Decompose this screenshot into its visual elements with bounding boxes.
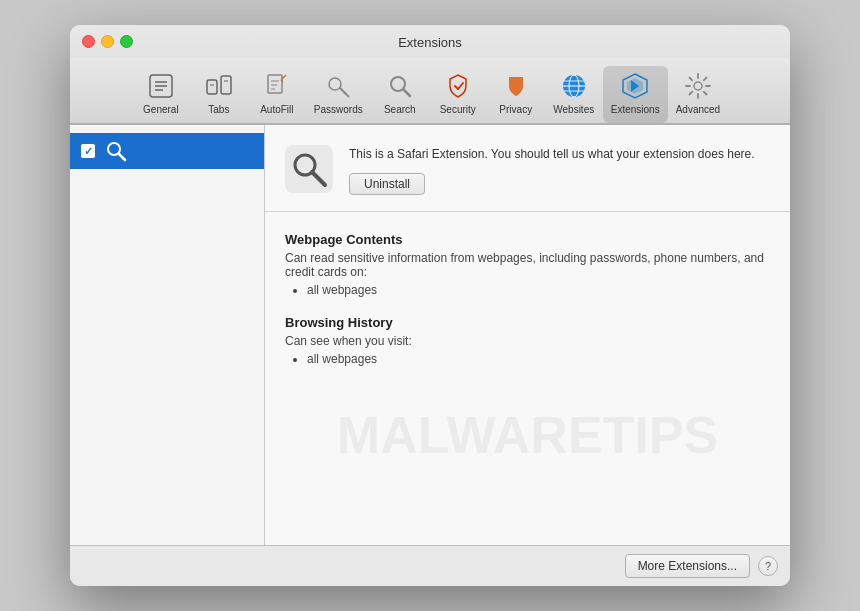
extension-details: Webpage Contents Can read sensitive info…	[265, 212, 790, 545]
title-bar: Extensions General	[70, 25, 790, 124]
toolbar-item-extensions[interactable]: Extensions	[603, 66, 668, 123]
maximize-button[interactable]	[120, 35, 133, 48]
extension-icon	[285, 145, 333, 193]
traffic-lights	[82, 35, 133, 48]
websites-icon	[558, 70, 590, 102]
browsing-history-item: all webpages	[307, 352, 770, 366]
privacy-label: Privacy	[499, 104, 532, 115]
svg-point-11	[329, 78, 341, 90]
privacy-icon	[500, 70, 532, 102]
security-label: Security	[440, 104, 476, 115]
extension-description: This is a Safari Extension. You should t…	[349, 145, 770, 163]
webpage-contents-list: all webpages	[285, 283, 770, 297]
svg-rect-5	[221, 76, 231, 94]
advanced-label: Advanced	[676, 104, 720, 115]
svg-line-13	[344, 92, 346, 94]
main-window: Extensions General	[70, 25, 790, 586]
tabs-label: Tabs	[208, 104, 229, 115]
extension-header: This is a Safari Extension. You should t…	[265, 125, 790, 212]
autofill-icon	[261, 70, 293, 102]
extension-info: This is a Safari Extension. You should t…	[349, 145, 770, 195]
extensions-icon	[619, 70, 651, 102]
browsing-history-title: Browsing History	[285, 315, 770, 330]
toolbar-item-general[interactable]: General	[132, 66, 190, 123]
toolbar-item-advanced[interactable]: Advanced	[668, 66, 728, 123]
extensions-label: Extensions	[611, 104, 660, 115]
toolbar-item-security[interactable]: Security	[429, 66, 487, 123]
svg-line-17	[458, 83, 463, 89]
webpage-contents-title: Webpage Contents	[285, 232, 770, 247]
svg-point-25	[694, 82, 702, 90]
minimize-button[interactable]	[101, 35, 114, 48]
svg-line-29	[312, 172, 325, 185]
general-icon	[145, 70, 177, 102]
checkmark-icon: ✓	[84, 145, 93, 158]
toolbar-item-privacy[interactable]: Privacy	[487, 66, 545, 123]
sidebar-item-search-ext[interactable]: ✓	[70, 133, 264, 169]
svg-rect-4	[207, 80, 217, 94]
svg-rect-8	[268, 75, 282, 93]
browsing-history-description: Can see when you visit:	[285, 334, 770, 348]
toolbar: General Tabs	[70, 58, 790, 123]
search-toolbar-icon	[384, 70, 416, 102]
browsing-history-list: all webpages	[285, 352, 770, 366]
uninstall-button[interactable]: Uninstall	[349, 173, 425, 195]
sidebar: ✓	[70, 125, 265, 545]
toolbar-item-passwords[interactable]: Passwords	[306, 66, 371, 123]
content-area: ✓ T	[70, 124, 790, 545]
webpage-contents-description: Can read sensitive information from webp…	[285, 251, 770, 279]
tabs-icon	[203, 70, 235, 102]
security-icon	[442, 70, 474, 102]
webpage-contents-section: Webpage Contents Can read sensitive info…	[285, 232, 770, 297]
toolbar-item-search[interactable]: Search	[371, 66, 429, 123]
autofill-label: AutoFill	[260, 104, 293, 115]
extension-checkbox[interactable]: ✓	[80, 143, 96, 159]
window-title: Extensions	[82, 35, 778, 50]
more-extensions-button[interactable]: More Extensions...	[625, 554, 750, 578]
toolbar-item-autofill[interactable]: AutoFill	[248, 66, 306, 123]
passwords-icon	[322, 70, 354, 102]
sidebar-ext-icon	[104, 139, 128, 163]
close-button[interactable]	[82, 35, 95, 48]
main-panel: This is a Safari Extension. You should t…	[265, 125, 790, 545]
passwords-label: Passwords	[314, 104, 363, 115]
websites-label: Websites	[553, 104, 594, 115]
svg-line-27	[119, 154, 126, 161]
toolbar-item-websites[interactable]: Websites	[545, 66, 603, 123]
footer: More Extensions... ?	[70, 545, 790, 586]
general-label: General	[143, 104, 179, 115]
advanced-icon	[682, 70, 714, 102]
search-label: Search	[384, 104, 416, 115]
toolbar-item-tabs[interactable]: Tabs	[190, 66, 248, 123]
webpage-contents-item: all webpages	[307, 283, 770, 297]
help-button[interactable]: ?	[758, 556, 778, 576]
svg-line-15	[403, 89, 410, 96]
browsing-history-section: Browsing History Can see when you visit:…	[285, 315, 770, 366]
